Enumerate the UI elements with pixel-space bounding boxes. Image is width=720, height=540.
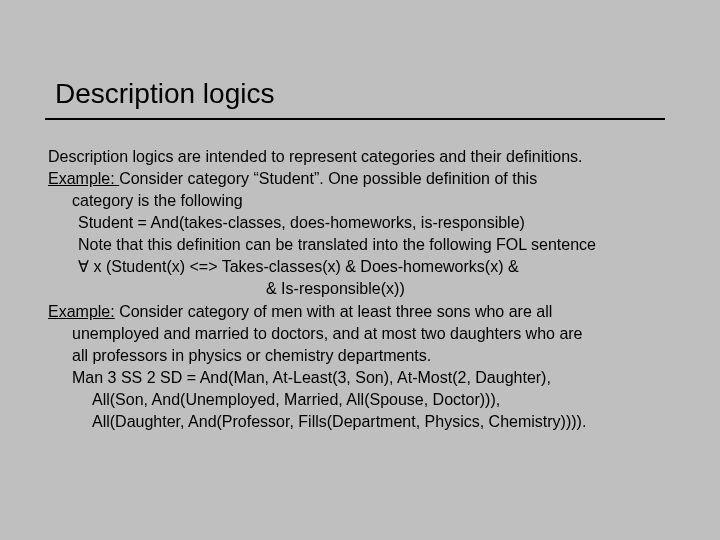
line-e1-6: & Is-responsible(x)) bbox=[48, 278, 678, 300]
line-e1-3: Student = And(takes-classes, does-homewo… bbox=[48, 212, 678, 234]
line-e2-6: All(Daughter, And(Professor, Fills(Depar… bbox=[48, 411, 678, 433]
line-e1-5: ∀ x (Student(x) <=> Takes-classes(x) & D… bbox=[48, 256, 678, 278]
example2-text: Consider category of men with at least t… bbox=[115, 303, 553, 320]
line-e2-5: All(Son, And(Unemployed, Married, All(Sp… bbox=[48, 389, 678, 411]
line-intro: Description logics are intended to repre… bbox=[48, 146, 678, 168]
line-e1-2: category is the following bbox=[48, 190, 678, 212]
example1-text: Consider category “Student”. One possibl… bbox=[119, 170, 537, 187]
slide-title: Description logics bbox=[55, 78, 274, 110]
example2-label: Example: bbox=[48, 303, 115, 320]
example1-label: Example: bbox=[48, 170, 119, 187]
line-e2-4: Man 3 SS 2 SD = And(Man, At-Least(3, Son… bbox=[48, 367, 678, 389]
line-e2-3: all professors in physics or chemistry d… bbox=[48, 345, 678, 367]
slide: { "title": "Description logics", "lines"… bbox=[0, 0, 720, 540]
slide-body: Description logics are intended to repre… bbox=[48, 146, 678, 433]
line-example2: Example: Consider category of men with a… bbox=[48, 301, 678, 323]
line-example1: Example: Consider category “Student”. On… bbox=[48, 168, 678, 190]
line-e1-4: Note that this definition can be transla… bbox=[48, 234, 678, 256]
title-underline bbox=[45, 118, 665, 120]
line-e2-2: unemployed and married to doctors, and a… bbox=[48, 323, 678, 345]
